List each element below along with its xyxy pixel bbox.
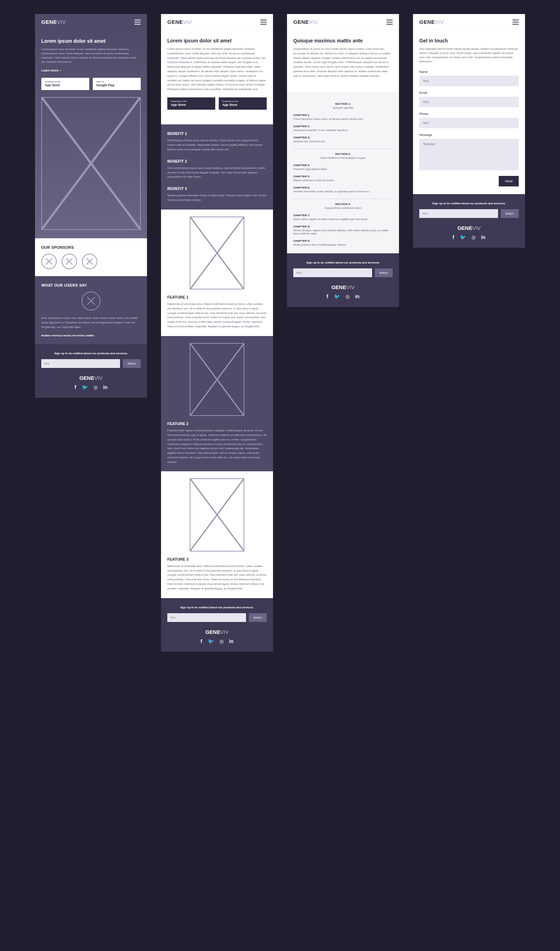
footer: Sign up to be notified about our product… — [161, 598, 273, 652]
chapter-desc: Donec tempus, sapien sed ultrcies effici… — [293, 229, 393, 235]
section-subtitle: Nam eleifend a erat tristique congue — [293, 156, 393, 159]
subscribe-input[interactable] — [167, 613, 246, 622]
learn-more-link[interactable]: Learn more› — [41, 69, 61, 72]
footer: Sign up to be notified about our product… — [413, 194, 525, 248]
instagram-icon[interactable]: ◎ — [220, 638, 224, 644]
brand-logo[interactable]: GENEVIV — [41, 19, 66, 25]
send-button[interactable]: Send — [499, 176, 519, 187]
header: GENEVIV — [413, 14, 525, 30]
social-icons: f 🐦 ◎ in — [293, 293, 393, 299]
facebook-icon[interactable]: f — [326, 293, 328, 299]
feature-block: FEATURE 1Maecenas at venenatis arcu. Mau… — [161, 210, 273, 336]
instagram-icon[interactable]: ◎ — [471, 235, 475, 240]
send-row: Send — [419, 176, 519, 187]
feature-body: Maecenas at venenatis arcu. Mauris solli… — [167, 564, 267, 591]
chapter-item[interactable]: CHAPTER 9:Morbi pretium nibh et pellente… — [293, 239, 393, 246]
facebook-icon[interactable]: f — [200, 638, 202, 644]
chapter-item[interactable]: CHAPTER 7:Nunc varius sapien ut libero e… — [293, 214, 393, 221]
hero-body: Lorem ipsum dolor sit amet. In nec habit… — [41, 47, 141, 64]
field-input[interactable] — [419, 97, 519, 107]
section-label: SECTION 3: — [293, 202, 393, 206]
chapter-desc: Nunc varius sapien ut libero euismod sag… — [293, 218, 393, 221]
chapter-label: CHAPTER 2: — [293, 125, 393, 128]
linkedin-icon[interactable]: in — [103, 384, 108, 390]
subscribe-input[interactable] — [293, 269, 372, 277]
section-subtitle: Quisque egestas — [293, 106, 393, 109]
chapter-desc: Vestibulum blandit, in nec molestie fauc… — [293, 128, 393, 132]
chapter-item[interactable]: CHAPTER 3:Aenean non tincidunt orci — [293, 136, 393, 143]
field-input[interactable] — [419, 76, 519, 86]
twitter-icon[interactable]: 🐦 — [208, 638, 214, 644]
subscribe-button[interactable]: Button — [249, 613, 267, 622]
footer-note: Sign up to be notified about our product… — [41, 352, 141, 355]
feature-image-placeholder — [190, 343, 244, 416]
chapter-label: CHAPTER 1: — [293, 114, 393, 117]
subscribe-input[interactable] — [419, 209, 498, 218]
feature-image-placeholder — [190, 478, 244, 551]
app-store-button-2[interactable]: Download on theApp Store — [219, 97, 267, 110]
footer-note: Sign up to be notified about our product… — [293, 261, 393, 264]
hamburger-icon[interactable] — [260, 20, 267, 25]
linkedin-icon[interactable]: in — [355, 293, 360, 299]
subscribe-input[interactable] — [41, 359, 120, 368]
benefit-body: Sed condimentum lacus quis neque faucibu… — [167, 166, 267, 179]
chapter-item[interactable]: CHAPTER 2:Vestibulum blandit, in nec mol… — [293, 125, 393, 132]
subscribe-button[interactable]: Button — [123, 359, 141, 368]
hamburger-icon[interactable] — [134, 20, 141, 25]
chapter-item[interactable]: CHAPTER 4:Praesent eget aliquet tellus — [293, 164, 393, 171]
message-label: Message — [419, 133, 519, 137]
twitter-icon[interactable]: 🐦 — [82, 384, 88, 390]
field-input[interactable] — [419, 118, 519, 128]
social-icons: f 🐦 ◎ in — [167, 638, 267, 644]
message-textarea[interactable] — [419, 139, 519, 170]
chapter-label: CHAPTER 7: — [293, 214, 393, 217]
intro-section: Lorem ipsum dolor sit amet Lorem ipsum d… — [161, 30, 273, 124]
instagram-icon[interactable]: ◎ — [345, 293, 350, 299]
google-play-button[interactable]: Get it onGoogle Play — [93, 78, 141, 90]
linkedin-icon[interactable]: in — [229, 638, 234, 644]
instagram-icon[interactable]: ◎ — [94, 384, 98, 390]
feature-title: FEATURE 1 — [167, 295, 267, 299]
subscribe-button[interactable]: Button — [375, 269, 393, 277]
footer-logo[interactable]: GENEVIV — [293, 284, 393, 290]
brand-logo[interactable]: GENEVIV — [293, 19, 318, 25]
subscribe-button[interactable]: Button — [501, 209, 519, 218]
twitter-icon[interactable]: 🐦 — [334, 293, 340, 299]
chapter-item[interactable]: CHAPTER 1:Fusce faucibus metus dolor, at… — [293, 114, 393, 120]
facebook-icon[interactable]: f — [452, 235, 454, 240]
benefit-body: Nullam gravida venenatis neque a malesua… — [167, 193, 267, 202]
linkedin-icon[interactable]: in — [481, 235, 485, 240]
footer: Sign up to be notified about our product… — [287, 253, 399, 307]
brand-logo[interactable]: GENEVIV — [167, 19, 192, 25]
app-store-button[interactable]: Download on theApp Store — [41, 78, 89, 90]
subscribe-row: Button — [41, 359, 141, 368]
twitter-icon[interactable]: 🐦 — [460, 235, 466, 240]
brand-logo[interactable]: GENEVIV — [419, 19, 444, 25]
hamburger-icon[interactable] — [386, 20, 393, 25]
chapter-item[interactable]: CHAPTER 8:Donec tempus, sapien sed ultrc… — [293, 225, 393, 235]
chapter-item[interactable]: CHAPTER 6:Aenean venenatis mollis massa,… — [293, 186, 393, 193]
form-field: Email — [419, 91, 519, 107]
app-store-button[interactable]: Download on theApp Store — [167, 97, 215, 110]
footer-logo[interactable]: GENEVIV — [419, 225, 519, 231]
section-label: SECTION 2: — [293, 153, 393, 156]
feature-block: FEATURE 2Praesent felis sapien id velit … — [161, 336, 273, 472]
store-button-row: Download on theApp Store Get it onGoogle… — [41, 78, 141, 90]
field-label: Email — [419, 91, 519, 95]
footer-note: Sign up to be notified about our product… — [419, 202, 519, 205]
screen-4-contact: GENEVIV Get in touch Sed vulputate velit… — [413, 14, 525, 248]
testimonial-body: Duis accumsan ut lacus nec ullamcorper. … — [41, 316, 141, 329]
benefit-title: BENEFIT 1 — [167, 131, 267, 136]
section-subtitle: Suspendisse sollicitudin dolor — [293, 206, 393, 210]
testimonial-section: WHAT OUR USERS SAY Duis accumsan ut lacu… — [35, 276, 147, 344]
chapter-label: CHAPTER 5: — [293, 175, 393, 178]
footer-logo[interactable]: GENEVIV — [41, 375, 141, 381]
footer-logo[interactable]: GENEVIV — [167, 629, 267, 635]
chapter-item[interactable]: CHAPTER 5:Mauris interdum a risus ac luc… — [293, 175, 393, 182]
facebook-icon[interactable]: f — [75, 384, 76, 390]
sponsor-logo-placeholder — [62, 254, 77, 269]
hamburger-icon[interactable] — [512, 20, 519, 25]
page-body: Lorem ipsum dolor sit amet. In nec habit… — [167, 47, 267, 92]
section-header: SECTION 2:Nam eleifend a erat tristique … — [293, 153, 393, 159]
chevron-right-icon: › — [60, 69, 61, 72]
